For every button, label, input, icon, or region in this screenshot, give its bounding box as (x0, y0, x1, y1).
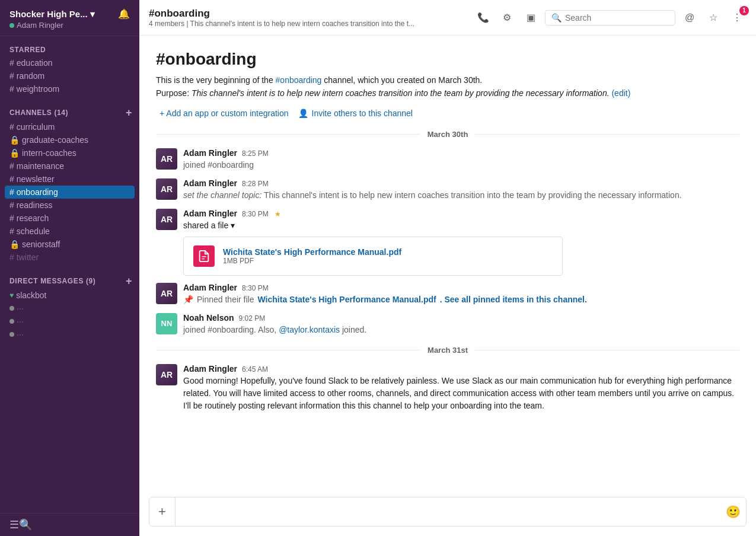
pin-icon: 📌 (183, 293, 193, 306)
sidebar-item-twitter[interactable]: # twitter (0, 251, 139, 264)
sidebar-item-readiness[interactable]: # readiness (0, 199, 139, 212)
settings-icon[interactable]: ⚙ (497, 8, 516, 27)
sidebar-item-intern-coaches[interactable]: 🔒 intern-coaches (0, 146, 139, 159)
message-author: Adam Ringler (183, 148, 237, 158)
avatar: NN (156, 313, 177, 334)
sidebar-item-seniorstaff[interactable]: 🔒 seniorstaff (0, 238, 139, 251)
channel-meta: 4 members | This channel's intent is to … (149, 20, 469, 28)
sidebar-item-slackbot[interactable]: ♥ slackbot (0, 289, 139, 302)
message-author: Noah Nelson (183, 313, 234, 323)
sidebar-item-research[interactable]: # research (0, 212, 139, 225)
avatar: AR (156, 364, 177, 385)
star-badge: ★ (275, 210, 281, 218)
welcome-paragraph: This is the very beginning of the #onboa… (156, 74, 739, 87)
message-group: NN Noah Nelson 9:02 PM joined #onboardin… (156, 313, 739, 336)
message-time: 8:30 PM (242, 284, 269, 292)
dm-header[interactable]: DIRECT MESSAGES (9) + (0, 276, 139, 289)
sidebar-item-education[interactable]: # education (0, 56, 139, 69)
topbar: #onboarding 4 members | This channel's i… (139, 0, 756, 36)
attach-button[interactable]: + (149, 497, 176, 526)
starred-header[interactable]: STARRED (0, 46, 139, 56)
channel-actions: + Add an app or custom integration 👤 Inv… (156, 109, 739, 118)
message-input[interactable] (176, 507, 720, 517)
message-content: Noah Nelson 9:02 PM joined #onboarding. … (183, 313, 739, 336)
message-group: AR Adam Ringler 8:30 PM ★ shared a file … (156, 209, 739, 276)
sidebar-item-onboarding[interactable]: # onboarding (5, 186, 135, 199)
hash-icon: # (9, 122, 14, 132)
message-header: Adam Ringler 8:28 PM (183, 178, 739, 188)
file-meta: 1MB PDF (223, 257, 401, 265)
search-box[interactable]: 🔍 (545, 10, 675, 25)
message-time: 8:25 PM (242, 149, 269, 158)
sidebar-item-random[interactable]: # random (0, 69, 139, 82)
purpose-paragraph: Purpose: This channel's intent is to hel… (156, 87, 739, 100)
bell-icon[interactable]: 🔔 (118, 8, 130, 20)
channel-description: This channel's intent is to help new int… (190, 20, 415, 28)
add-dm-button[interactable]: + (126, 276, 132, 286)
lock-icon: 🔒 (9, 135, 20, 145)
sidebar-item-dm-4[interactable]: ··· (0, 328, 139, 341)
online-status-dot (9, 23, 14, 28)
dm-avatar (9, 319, 14, 324)
sidebar-item-newsletter[interactable]: # newsletter (0, 173, 139, 186)
star-icon[interactable]: ☆ (704, 8, 723, 27)
channel-welcome: #onboarding This is the very beginning o… (156, 50, 739, 100)
workspace-name-area[interactable]: Shocker High Pe... ▾ 🔔 (9, 8, 130, 20)
message-author: Adam Ringler (183, 209, 237, 218)
invite-others-button[interactable]: 👤 Invite others to this channel (298, 109, 413, 118)
file-info: Wichita State's High Performance Manual.… (223, 247, 401, 265)
edit-link[interactable]: (edit) (611, 88, 630, 98)
heart-icon: ♥ (9, 291, 14, 299)
file-attachment[interactable]: Wichita State's High Performance Manual.… (183, 237, 563, 276)
workspace-name: Shocker High Pe... (9, 9, 88, 19)
channel-link[interactable]: #onboarding (276, 75, 322, 85)
sidebar-item-curriculum[interactable]: # curriculum (0, 120, 139, 133)
date-label: March 31st (428, 346, 468, 355)
divider-line (156, 350, 420, 350)
search-icon: 🔍 (551, 13, 562, 23)
hash-icon: # (9, 200, 14, 210)
message-content: Adam Ringler 8:30 PM ★ shared a file ▾ (183, 209, 739, 276)
divider-line (156, 134, 420, 135)
message-content: Adam Ringler 8:30 PM 📌 Pinned their file… (183, 283, 739, 306)
sidebar-item-dm-3[interactable]: ··· (0, 315, 139, 328)
message-group: AR Adam Ringler 8:30 PM 📌 Pinned their f… (156, 283, 739, 306)
mention-link[interactable]: @taylor.kontaxis (279, 325, 340, 334)
layout-icon[interactable]: ▣ (521, 8, 540, 27)
emoji-button[interactable]: 🙂 (720, 497, 746, 526)
search-input[interactable] (565, 13, 669, 23)
at-icon[interactable]: @ (680, 8, 699, 27)
hash-icon: # (9, 161, 14, 171)
sidebar-item-dm-2[interactable]: ··· (0, 302, 139, 315)
date-divider-march31: March 31st (156, 346, 739, 355)
message-author: Adam Ringler (183, 178, 237, 188)
add-integration-button[interactable]: + Add an app or custom integration (156, 109, 289, 118)
notification-badge: 1 (739, 6, 749, 15)
sidebar-item-graduate-coaches[interactable]: 🔒 graduate-coaches (0, 133, 139, 146)
sidebar-bottom: ☰🔍 (0, 513, 139, 536)
message-group: AR Adam Ringler 6:45 AM Good morning! Ho… (156, 364, 739, 412)
sidebar-item-weightroom[interactable]: # weightroom (0, 82, 139, 95)
sidebar-item-maintenance[interactable]: # maintenance (0, 159, 139, 173)
channels-header[interactable]: CHANNELS (14) + (0, 107, 139, 120)
more-options-button[interactable]: ⋮ 1 (728, 8, 747, 27)
sidebar-item-schedule[interactable]: # schedule (0, 225, 139, 238)
message-body: joined #onboarding. Also, @taylor.kontax… (183, 324, 739, 336)
main-area: #onboarding 4 members | This channel's i… (139, 0, 756, 536)
avatar: AR (156, 178, 177, 200)
see-all-pinned-link[interactable]: . See all pinned items in this channel. (440, 293, 587, 306)
add-channel-button[interactable]: + (126, 107, 132, 118)
purpose-text: This channel's intent is to help new int… (192, 88, 610, 98)
message-header: Noah Nelson 9:02 PM (183, 313, 739, 323)
avatar: AR (156, 283, 177, 304)
hash-icon: # (9, 226, 14, 236)
hash-icon: # (9, 58, 14, 68)
message-input-box: + 🙂 (149, 497, 747, 527)
message-time: 9:02 PM (239, 314, 266, 323)
message-author: Adam Ringler (183, 364, 237, 374)
pinned-file-link[interactable]: Wichita State's High Performance Manual.… (258, 293, 436, 306)
phone-icon[interactable]: 📞 (474, 8, 493, 27)
message-content: Adam Ringler 8:28 PM set the channel top… (183, 178, 739, 202)
search-menu-icon[interactable]: ☰🔍 (9, 519, 32, 531)
hash-icon: # (9, 174, 14, 184)
